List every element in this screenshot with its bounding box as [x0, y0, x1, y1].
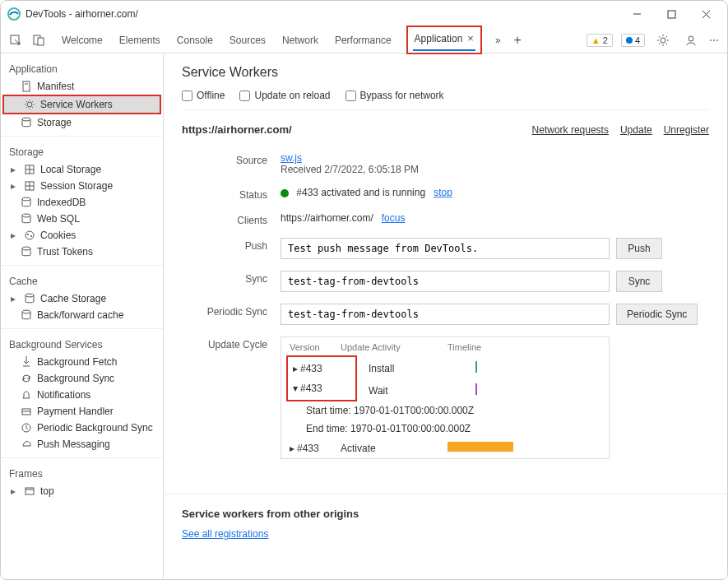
sidebar-cookies[interactable]: ▸Cookies — [1, 227, 163, 244]
sync-button[interactable]: Sync — [616, 271, 662, 292]
unregister-link[interactable]: Unregister — [664, 124, 709, 136]
received-text: Received 2/7/2022, 6:05:18 PM — [281, 164, 419, 175]
sidebar-label: Periodic Background Sync — [37, 422, 153, 434]
svg-rect-7 — [38, 38, 44, 45]
section-bg-services: Background Services — [1, 334, 163, 354]
tab-application[interactable]: Application × — [413, 29, 475, 51]
sidebar-session-storage[interactable]: ▸Session Storage — [1, 178, 163, 194]
panel-tabs: Welcome Elements Console Sources Network… — [60, 26, 583, 54]
sidebar-bg-fetch[interactable]: Background Fetch — [1, 354, 163, 370]
source-file-link[interactable]: sw.js — [281, 152, 302, 164]
checkbox-label: Bypass for network — [360, 90, 444, 101]
titlebar: DevTools - airhorner.com/ — [1, 1, 727, 27]
sidebar-notifications[interactable]: Notifications — [1, 387, 163, 403]
col-timeline: Timeline — [447, 342, 600, 352]
svg-point-23 — [27, 234, 29, 235]
section-frames: Frames — [1, 463, 163, 483]
tab-elements[interactable]: Elements — [118, 31, 162, 49]
sidebar-label: Storage — [37, 117, 72, 128]
svg-point-12 — [27, 102, 32, 107]
kebab-icon[interactable]: ⋯ — [709, 35, 719, 46]
more-tabs-icon[interactable]: » — [495, 35, 501, 46]
tab-sources[interactable]: Sources — [228, 31, 267, 49]
tab-console[interactable]: Console — [175, 31, 215, 49]
tab-performance[interactable]: Performance — [333, 31, 393, 49]
sync-input[interactable] — [281, 271, 610, 292]
other-origins-heading: Service workers from other origins — [182, 508, 709, 520]
cycle-row-version[interactable]: ▾#433 — [293, 383, 344, 394]
warning-icon: ▲ — [591, 35, 600, 45]
device-icon[interactable] — [29, 30, 49, 50]
origin-row: https://airhorner.com/ Network requests … — [182, 123, 709, 136]
sidebar-push[interactable]: Push Messaging — [1, 436, 163, 452]
periodic-sync-button[interactable]: Periodic Sync — [616, 304, 698, 325]
sidebar-payment[interactable]: Payment Handler — [1, 403, 163, 420]
sidebar: Application Manifest Service Workers Sto… — [1, 53, 164, 580]
settings-icon[interactable] — [653, 30, 673, 50]
sidebar-label: Background Sync — [37, 373, 114, 384]
svg-point-22 — [26, 231, 34, 239]
focus-link[interactable]: focus — [382, 212, 406, 224]
tab-welcome[interactable]: Welcome — [60, 31, 104, 49]
push-input[interactable] — [281, 238, 610, 259]
sidebar-label: Trust Tokens — [37, 246, 93, 258]
warnings-badge[interactable]: ▲2 — [587, 34, 613, 47]
feedback-icon[interactable] — [681, 30, 701, 50]
periodic-sync-label: Periodic Sync — [182, 304, 281, 318]
sidebar-indexeddb[interactable]: IndexedDB — [1, 194, 163, 211]
version-text: #433 — [300, 363, 322, 374]
checkbox-label: Offline — [197, 90, 225, 101]
sidebar-trust-tokens[interactable]: Trust Tokens — [1, 244, 163, 260]
sidebar-periodic-sync[interactable]: Periodic Background Sync — [1, 420, 163, 436]
sidebar-manifest[interactable]: Manifest — [1, 78, 163, 95]
close-icon[interactable]: × — [467, 32, 474, 44]
sidebar-local-storage[interactable]: ▸Local Storage — [1, 161, 163, 178]
sync-label: Sync — [182, 271, 281, 285]
sidebar-storage[interactable]: Storage — [1, 114, 163, 131]
svg-point-27 — [22, 310, 30, 313]
chevron-right-icon: ▸ — [9, 230, 17, 241]
see-all-registrations-link[interactable]: See all registrations — [182, 528, 268, 540]
svg-rect-2 — [668, 11, 675, 18]
status-text: #433 activated and is running — [296, 187, 425, 198]
version-text: #433 — [297, 443, 319, 454]
add-tab-icon[interactable]: + — [514, 33, 522, 48]
cycle-row-version[interactable]: ▸#433 — [293, 363, 344, 374]
svg-point-24 — [30, 235, 32, 237]
periodic-sync-input[interactable] — [281, 304, 610, 325]
tab-network[interactable]: Network — [281, 31, 320, 49]
chevron-right-icon: ▸ — [290, 443, 294, 454]
update-reload-checkbox[interactable]: Update on reload — [239, 90, 330, 101]
sidebar-bg-sync[interactable]: Background Sync — [1, 370, 163, 387]
timeline-bar — [447, 442, 513, 452]
sidebar-bf-cache[interactable]: Back/forward cache — [1, 307, 163, 323]
sidebar-websql[interactable]: Web SQL — [1, 211, 163, 227]
inspect-icon[interactable] — [6, 30, 26, 50]
page-title: Service Workers — [182, 65, 709, 80]
version-column-highlight: ▸#433 ▾#433 — [286, 355, 357, 401]
sidebar-service-workers[interactable]: Service Workers — [2, 95, 161, 114]
info-badge[interactable]: 4 — [621, 34, 645, 47]
section-cache: Cache — [1, 271, 163, 290]
sidebar-cache-storage[interactable]: ▸Cache Storage — [1, 290, 163, 307]
chevron-down-icon: ▾ — [293, 383, 298, 394]
section-storage: Storage — [1, 142, 163, 161]
stop-link[interactable]: stop — [434, 187, 452, 198]
minimize-button[interactable] — [625, 2, 648, 26]
timeline-mark — [475, 383, 477, 395]
tab-application-highlight: Application × — [406, 26, 482, 54]
col-version: Version — [290, 342, 341, 352]
update-link[interactable]: Update — [620, 124, 652, 136]
cycle-row-version[interactable]: ▸#433 — [290, 443, 341, 454]
network-requests-link[interactable]: Network requests — [532, 124, 609, 136]
close-button[interactable] — [694, 2, 717, 26]
maximize-button[interactable] — [660, 2, 683, 26]
push-button[interactable]: Push — [616, 238, 662, 259]
bypass-network-checkbox[interactable]: Bypass for network — [345, 90, 444, 101]
sidebar-frame-top[interactable]: ▸top — [1, 483, 163, 499]
window-title: DevTools - airhorner.com/ — [26, 8, 625, 20]
status-label: Status — [182, 187, 281, 201]
origin-url: https://airhorner.com/ — [182, 123, 532, 136]
offline-checkbox[interactable]: Offline — [182, 90, 225, 101]
info-count: 4 — [635, 35, 640, 45]
